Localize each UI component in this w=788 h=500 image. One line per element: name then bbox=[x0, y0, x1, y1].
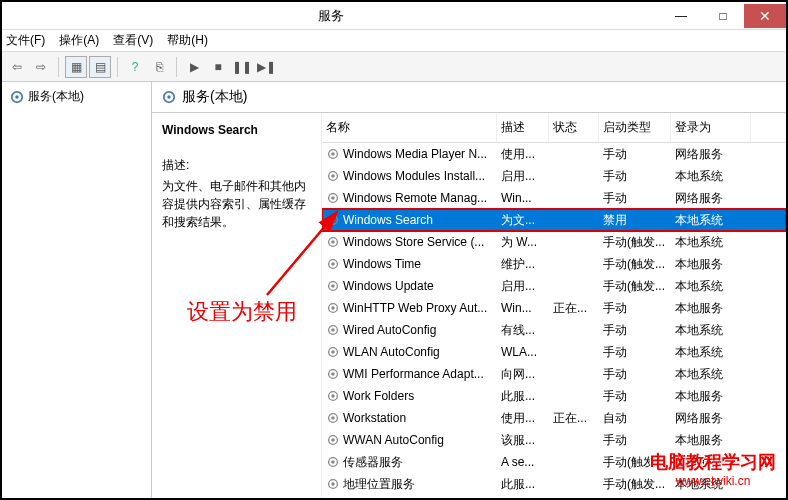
service-list: 名称 描述 状态 启动类型 登录为 Windows Media Player N… bbox=[322, 113, 786, 500]
pause-button[interactable]: ❚❚ bbox=[231, 56, 253, 78]
cell-name: Windows Store Service (... bbox=[322, 235, 497, 249]
svg-point-33 bbox=[331, 460, 335, 464]
cell-startup: 手动(触发... bbox=[599, 256, 671, 273]
cell-name: Windows Update bbox=[322, 279, 497, 293]
cell-startup: 手动 bbox=[599, 190, 671, 207]
cell-name: Work Folders bbox=[322, 389, 497, 403]
help-button[interactable]: ? bbox=[124, 56, 146, 78]
col-header-name[interactable]: 名称 bbox=[322, 113, 497, 142]
right-pane: 服务(本地) Windows Search 描述: 为文件、电子邮件和其他内容提… bbox=[152, 82, 786, 500]
table-row[interactable]: Windows Time维护...手动(触发...本地服务 bbox=[322, 253, 786, 275]
svg-point-17 bbox=[331, 284, 335, 288]
cell-desc: Win... bbox=[497, 301, 549, 315]
close-button[interactable]: ✕ bbox=[744, 4, 786, 28]
cell-status: 正在... bbox=[549, 300, 599, 317]
col-header-status[interactable]: 状态 bbox=[549, 113, 599, 142]
cell-name: Workstation bbox=[322, 411, 497, 425]
gear-icon bbox=[326, 191, 340, 205]
gear-icon bbox=[326, 257, 340, 271]
svg-point-13 bbox=[331, 240, 335, 244]
cell-logon: 本地系统 bbox=[671, 344, 751, 361]
cell-name: 地理位置服务 bbox=[322, 476, 497, 493]
restart-button[interactable]: ▶❚ bbox=[255, 56, 277, 78]
svg-point-19 bbox=[331, 306, 335, 310]
svg-point-1 bbox=[15, 95, 19, 99]
table-row[interactable]: Windows Store Service (...为 W...手动(触发...… bbox=[322, 231, 786, 253]
gear-icon bbox=[326, 301, 340, 315]
svg-point-21 bbox=[331, 328, 335, 332]
cell-logon: 网络服务 bbox=[671, 190, 751, 207]
cell-desc: 为 W... bbox=[497, 234, 549, 251]
cell-startup: 禁用 bbox=[599, 212, 671, 229]
watermark: 电脑教程学习网 www.etwiki.cn bbox=[650, 450, 776, 488]
gear-icon bbox=[326, 411, 340, 425]
cell-name: WLAN AutoConfig bbox=[322, 345, 497, 359]
view-button-1[interactable]: ▦ bbox=[65, 56, 87, 78]
gear-icon bbox=[326, 389, 340, 403]
table-row[interactable]: Windows Search为文...禁用本地系统 bbox=[322, 209, 786, 231]
gear-icon bbox=[326, 367, 340, 381]
tree-pane: 服务(本地) bbox=[2, 82, 152, 500]
cell-logon: 本地系统 bbox=[671, 366, 751, 383]
menu-help[interactable]: 帮助(H) bbox=[167, 32, 208, 49]
table-row[interactable]: Work Folders此服...手动本地服务 bbox=[322, 385, 786, 407]
cell-startup: 手动 bbox=[599, 146, 671, 163]
cell-startup: 手动 bbox=[599, 344, 671, 361]
cell-startup: 手动(触发... bbox=[599, 234, 671, 251]
svg-point-29 bbox=[331, 416, 335, 420]
cell-startup: 手动 bbox=[599, 388, 671, 405]
cell-desc: 该服... bbox=[497, 432, 549, 449]
menu-file[interactable]: 文件(F) bbox=[6, 32, 45, 49]
table-row[interactable]: Windows Media Player N...使用...手动网络服务 bbox=[322, 143, 786, 165]
back-button[interactable]: ⇦ bbox=[6, 56, 28, 78]
menu-view[interactable]: 查看(V) bbox=[113, 32, 153, 49]
stop-button[interactable]: ■ bbox=[207, 56, 229, 78]
view-button-2[interactable]: ▤ bbox=[89, 56, 111, 78]
tree-root-item[interactable]: 服务(本地) bbox=[6, 86, 147, 107]
table-row[interactable]: WLAN AutoConfigWLA...手动本地系统 bbox=[322, 341, 786, 363]
gear-icon bbox=[326, 213, 340, 227]
export-button[interactable]: ⎘ bbox=[148, 56, 170, 78]
main-content: 服务(本地) 服务(本地) Windows Search 描述: 为文件、电子邮… bbox=[2, 82, 786, 500]
separator bbox=[176, 57, 177, 77]
table-row[interactable]: WMI Performance Adapt...向网...手动本地系统 bbox=[322, 363, 786, 385]
cell-name: Windows Modules Install... bbox=[322, 169, 497, 183]
cell-desc: 启用... bbox=[497, 278, 549, 295]
table-row[interactable]: WinHTTP Web Proxy Aut...Win...正在...手动本地服… bbox=[322, 297, 786, 319]
table-row[interactable]: Windows Update启用...手动(触发...本地系统 bbox=[322, 275, 786, 297]
play-button[interactable]: ▶ bbox=[183, 56, 205, 78]
cell-desc: WLA... bbox=[497, 345, 549, 359]
window-title: 服务 bbox=[2, 7, 660, 25]
svg-point-3 bbox=[167, 95, 171, 99]
svg-point-9 bbox=[331, 196, 335, 200]
cell-desc: 启用... bbox=[497, 168, 549, 185]
cell-logon: 本地系统 bbox=[671, 168, 751, 185]
maximize-button[interactable]: □ bbox=[702, 4, 744, 28]
forward-button[interactable]: ⇨ bbox=[30, 56, 52, 78]
cell-startup: 手动 bbox=[599, 168, 671, 185]
cell-logon: 网络服务 bbox=[671, 146, 751, 163]
separator bbox=[58, 57, 59, 77]
table-row[interactable]: 客户端许可证服务 (ClipSVC)提供...手动(触发...本地系统 bbox=[322, 495, 786, 500]
cell-startup: 手动 bbox=[599, 366, 671, 383]
minimize-button[interactable]: — bbox=[660, 4, 702, 28]
menu-action[interactable]: 操作(A) bbox=[59, 32, 99, 49]
col-header-logon[interactable]: 登录为 bbox=[671, 113, 751, 142]
cell-name: Windows Time bbox=[322, 257, 497, 271]
cell-desc: 有线... bbox=[497, 322, 549, 339]
list-body: Windows Media Player N...使用...手动网络服务Wind… bbox=[322, 143, 786, 500]
col-header-startup[interactable]: 启动类型 bbox=[599, 113, 671, 142]
table-row[interactable]: Windows Remote Manag...Win...手动网络服务 bbox=[322, 187, 786, 209]
col-header-desc[interactable]: 描述 bbox=[497, 113, 549, 142]
table-row[interactable]: Windows Modules Install...启用...手动本地系统 bbox=[322, 165, 786, 187]
watermark-text: 电脑教程学习网 bbox=[650, 450, 776, 474]
toolbar: ⇦ ⇨ ▦ ▤ ? ⎘ ▶ ■ ❚❚ ▶❚ bbox=[2, 52, 786, 82]
gear-icon bbox=[326, 169, 340, 183]
cell-desc: 向网... bbox=[497, 366, 549, 383]
pane-title: 服务(本地) bbox=[182, 88, 247, 106]
table-row[interactable]: WWAN AutoConfig该服...手动本地服务 bbox=[322, 429, 786, 451]
selected-service-name: Windows Search bbox=[162, 123, 311, 137]
table-row[interactable]: Wired AutoConfig有线...手动本地系统 bbox=[322, 319, 786, 341]
table-row[interactable]: Workstation使用...正在...自动网络服务 bbox=[322, 407, 786, 429]
cell-desc: 此服... bbox=[497, 388, 549, 405]
